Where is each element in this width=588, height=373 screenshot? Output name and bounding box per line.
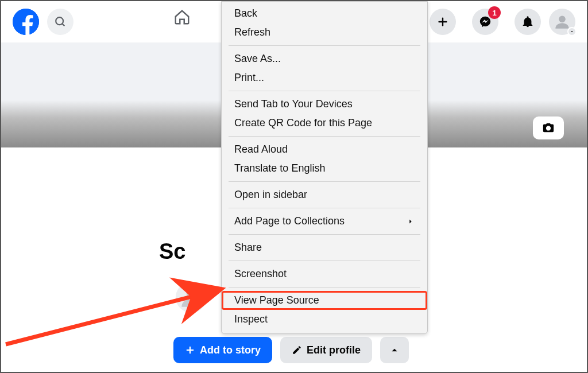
add-to-story-button[interactable]: Add to story [173, 337, 272, 363]
svg-point-9 [187, 289, 196, 298]
notification-badge: 1 [488, 6, 501, 19]
svg-point-8 [559, 16, 566, 23]
chevron-down-icon [567, 27, 577, 36]
profile-avatar[interactable] [173, 279, 209, 315]
profile-name: Sc [159, 239, 185, 264]
search-button[interactable] [47, 9, 74, 35]
edit-profile-button[interactable]: Edit profile [280, 337, 372, 363]
ctx-send-tab[interactable]: Send Tab to Your Devices [222, 95, 427, 114]
ctx-share[interactable]: Share [222, 238, 427, 257]
add-to-story-label: Add to story [200, 344, 261, 356]
ctx-back[interactable]: Back [222, 4, 427, 23]
ctx-read-aloud[interactable]: Read Aloud [222, 140, 427, 159]
notifications-button[interactable] [514, 9, 541, 35]
messenger-button[interactable]: 1 [472, 9, 498, 35]
ctx-inspect[interactable]: Inspect [222, 310, 427, 329]
ctx-save-as[interactable]: Save As... [222, 49, 427, 68]
ctx-refresh[interactable]: Refresh [222, 23, 427, 42]
more-button[interactable] [380, 337, 409, 363]
ctx-translate[interactable]: Translate to English [222, 159, 427, 178]
edit-cover-button[interactable] [533, 116, 564, 139]
ctx-qr[interactable]: Create QR Code for this Page [222, 114, 427, 133]
edit-profile-label: Edit profile [307, 344, 361, 356]
facebook-logo[interactable] [13, 9, 39, 35]
svg-point-1 [56, 17, 63, 25]
ctx-collections[interactable]: Add Page to Collections [222, 212, 427, 231]
context-menu: Back Refresh Save As... Print... Send Ta… [221, 1, 428, 334]
ctx-print[interactable]: Print... [222, 68, 427, 87]
ctx-view-source[interactable]: View Page Source [222, 291, 427, 310]
ctx-sidebar[interactable]: Open in sidebar [222, 185, 427, 204]
home-nav-icon[interactable] [173, 9, 191, 28]
account-menu[interactable] [549, 9, 575, 35]
svg-line-2 [62, 24, 64, 26]
create-button[interactable] [430, 9, 456, 35]
ctx-screenshot[interactable]: Screenshot [222, 265, 427, 283]
chevron-right-icon [407, 217, 415, 226]
